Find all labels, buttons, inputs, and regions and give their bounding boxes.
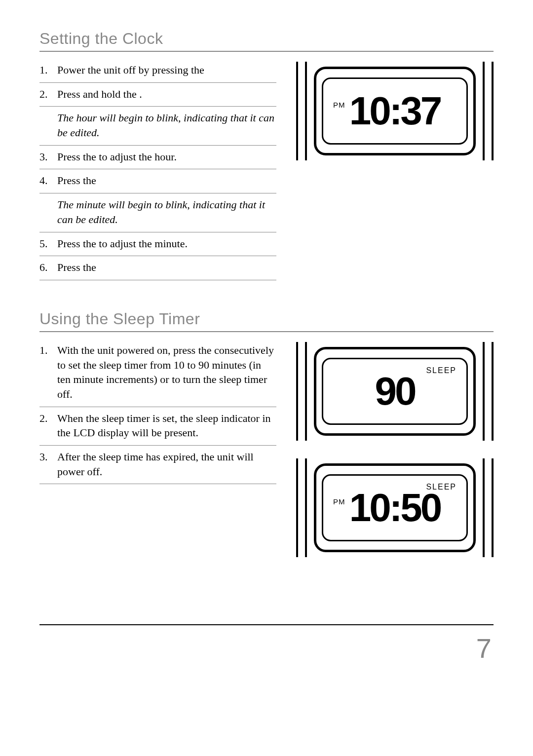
step: 2. When the sleep timer is set, the slee… xyxy=(39,407,276,446)
step: 3. After the sleep time has expired, the… xyxy=(39,446,276,484)
lcd-time: 10:37 xyxy=(349,91,441,131)
step-note: The hour will begin to blink, indicating… xyxy=(39,107,276,145)
step-note: The minute will begin to blink, indicati… xyxy=(39,193,276,232)
lcd-side-bar xyxy=(305,62,307,160)
footer-rule xyxy=(39,624,494,625)
lcd-side-bar xyxy=(483,458,485,557)
sleep-steps: 1. With the unit powered on, press the c… xyxy=(39,339,276,485)
lcd-illustration: PM SLEEP 10:50 xyxy=(296,458,494,557)
lcd-sleep-indicator: SLEEP xyxy=(426,366,457,375)
section-clock-body: 1. Power the unit off by pressing the 2.… xyxy=(39,59,494,280)
clock-steps-column: 1. Power the unit off by pressing the 2.… xyxy=(39,59,276,280)
manual-page: Setting the Clock 1. Power the unit off … xyxy=(0,0,533,684)
lcd-side-bar xyxy=(492,62,494,160)
clock-illustration-column: PM 10:37 xyxy=(296,59,494,280)
lcd-side-bar xyxy=(483,62,485,160)
section-title-sleep: Using the Sleep Timer xyxy=(39,310,494,328)
lcd-frame: SLEEP 90 xyxy=(314,347,476,436)
step-number: 3. xyxy=(39,450,57,479)
step-number: 1. xyxy=(39,63,57,77)
section-sleep-body: 1. With the unit powered on, press the c… xyxy=(39,339,494,575)
lcd-illustration: SLEEP 90 xyxy=(296,342,494,441)
step: 1. Power the unit off by pressing the xyxy=(39,59,276,83)
step-number: 6. xyxy=(39,260,57,275)
step: 2. Press and hold the . xyxy=(39,83,276,107)
section-rule xyxy=(39,331,494,332)
lcd-screen: SLEEP 90 xyxy=(322,358,468,425)
step-number: 2. xyxy=(39,411,57,440)
step-text: With the unit powered on, press the cons… xyxy=(57,343,276,402)
step-text: Press and hold the . xyxy=(57,87,276,102)
step-text: Press the xyxy=(57,260,276,275)
page-number: 7 xyxy=(39,632,494,684)
lcd-side-bar xyxy=(305,458,307,557)
lcd-pm-indicator: PM xyxy=(333,101,345,109)
clock-steps-cont2: 5. Press the to adjust the minute. 6. Pr… xyxy=(39,232,276,280)
lcd-side-bar xyxy=(305,342,307,441)
lcd-screen: PM 10:37 xyxy=(322,77,468,145)
lcd-side-bar xyxy=(483,342,485,441)
lcd-side-bar xyxy=(492,342,494,441)
step-number: 2. xyxy=(39,87,57,102)
step: 6. Press the xyxy=(39,256,276,280)
step-number: 4. xyxy=(39,173,57,188)
step-text: After the sleep time has expired, the un… xyxy=(57,450,276,479)
lcd-time: 10:50 xyxy=(349,488,441,528)
step: 5. Press the to adjust the minute. xyxy=(39,232,276,257)
step-number: 3. xyxy=(39,150,57,164)
step-text: Press the xyxy=(57,173,276,188)
section-title-clock: Setting the Clock xyxy=(39,30,494,48)
lcd-screen: PM SLEEP 10:50 xyxy=(322,474,468,541)
lcd-side-bar xyxy=(492,458,494,557)
lcd-side-bar xyxy=(296,342,298,441)
lcd-side-bar xyxy=(296,62,298,160)
lcd-value: 90 xyxy=(375,372,415,411)
lcd-frame: PM SLEEP 10:50 xyxy=(314,463,476,552)
step: 1. With the unit powered on, press the c… xyxy=(39,339,276,407)
lcd-pm-indicator: PM xyxy=(333,497,345,506)
clock-steps: 1. Power the unit off by pressing the 2.… xyxy=(39,59,276,107)
lcd-frame: PM 10:37 xyxy=(314,67,476,155)
step-text: Press the to adjust the hour. xyxy=(57,150,276,164)
step-number: 1. xyxy=(39,343,57,402)
clock-steps-cont: 3. Press the to adjust the hour. 4. Pres… xyxy=(39,146,276,193)
step: 3. Press the to adjust the hour. xyxy=(39,146,276,170)
lcd-illustration: PM 10:37 xyxy=(296,62,494,160)
step-text: When the sleep timer is set, the sleep i… xyxy=(57,411,276,440)
sleep-steps-column: 1. With the unit powered on, press the c… xyxy=(39,339,276,575)
sleep-illustration-column: SLEEP 90 PM SLEEP 10:50 xyxy=(296,339,494,575)
step-text: Power the unit off by pressing the xyxy=(57,63,276,77)
step-number: 5. xyxy=(39,236,57,251)
lcd-side-bar xyxy=(296,458,298,557)
section-rule xyxy=(39,51,494,52)
lcd-sleep-indicator: SLEEP xyxy=(426,483,457,491)
step-text: Press the to adjust the minute. xyxy=(57,236,276,251)
step: 4. Press the xyxy=(39,169,276,193)
